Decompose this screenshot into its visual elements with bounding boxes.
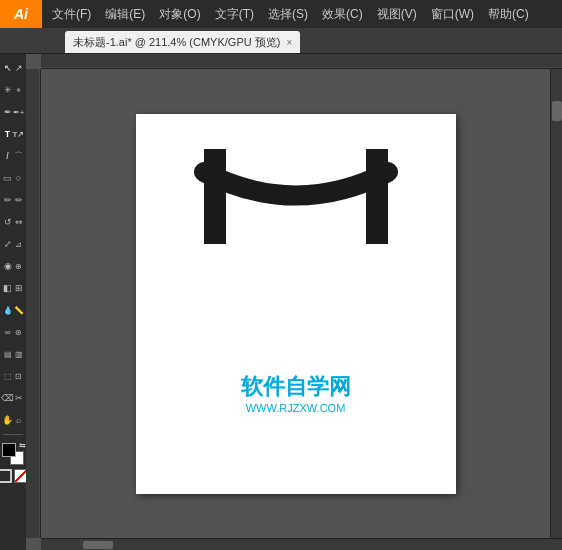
- ruler-canvas-area: 软件自学网 WWW.RJZXW.COM: [26, 69, 562, 538]
- line-tool[interactable]: /: [2, 146, 13, 166]
- watermark-text: 软件自学网: [241, 372, 351, 402]
- artwork-svg: [186, 144, 406, 264]
- rect-row: ▭ ○: [2, 168, 24, 188]
- menu-edit[interactable]: 编辑(E): [99, 4, 151, 25]
- scale-row: ⤢ ⊿: [2, 234, 24, 254]
- blend-tool[interactable]: ∞: [2, 322, 13, 342]
- horizontal-scrollbar[interactable]: [41, 538, 562, 550]
- ruler-top: [41, 54, 562, 69]
- artboard-row: ⬚ ⊡: [2, 366, 24, 386]
- tab-title: 未标题-1.ai* @ 211.4% (CMYK/GPU 预览): [73, 35, 280, 50]
- shear-tool[interactable]: ⊿: [13, 234, 24, 254]
- ruler-left-svg: [26, 69, 41, 538]
- slice-tool[interactable]: ⊡: [13, 366, 24, 386]
- menu-object[interactable]: 对象(O): [153, 4, 206, 25]
- symbol-spray-tool[interactable]: ⊛: [13, 322, 24, 342]
- pen-row: ✒ ✒+: [2, 102, 24, 122]
- rotate-tool[interactable]: ↺: [2, 212, 13, 232]
- watermark: 软件自学网 WWW.RJZXW.COM: [241, 372, 351, 414]
- swap-colors-icon[interactable]: ⇆: [19, 441, 26, 450]
- type-tool[interactable]: T: [2, 124, 13, 144]
- gradient-row: ◧ ⊞: [2, 278, 24, 298]
- wand-lasso-row: ✳ ⌖: [2, 80, 24, 100]
- scale-tool[interactable]: ⤢: [2, 234, 13, 254]
- eyedropper-tool[interactable]: 💧: [2, 300, 13, 320]
- scissors-tool[interactable]: ✂: [13, 388, 24, 408]
- hand-zoom-row: ✋ ⌕: [2, 410, 24, 430]
- reflect-tool[interactable]: ⇔: [13, 212, 24, 232]
- ellipse-tool[interactable]: ○: [13, 168, 24, 188]
- gradient-tool[interactable]: ◧: [2, 278, 13, 298]
- graph-row: ▤ ▥: [2, 344, 24, 364]
- magic-wand-tool[interactable]: ✳: [2, 80, 13, 100]
- mesh-tool[interactable]: ⊞: [13, 278, 24, 298]
- foreground-color-swatch[interactable]: [2, 443, 16, 457]
- pencil-tool[interactable]: ✏: [13, 190, 24, 210]
- warp-row: ◉ ⊕: [2, 256, 24, 276]
- app-logo: Ai: [0, 0, 42, 28]
- watermark-url: WWW.RJZXW.COM: [241, 402, 351, 414]
- blend-row: ∞ ⊛: [2, 322, 24, 342]
- stroke-none-row: [0, 469, 26, 483]
- none-color-button[interactable]: [14, 469, 26, 483]
- paintbrush-tool[interactable]: ✏: [2, 190, 13, 210]
- toolbar-divider: [3, 434, 23, 435]
- menu-type[interactable]: 文字(T): [209, 4, 260, 25]
- puppet-warp-tool[interactable]: ⊕: [13, 256, 24, 276]
- left-toolbar: ↖ ↗ ✳ ⌖ ✒ ✒+ T T↗ / ⌒ ▭ ○ ✏ ✏ ↺ ⇔: [0, 54, 26, 550]
- title-bar: Ai 文件(F) 编辑(E) 对象(O) 文字(T) 选择(S) 效果(C) 视…: [0, 0, 562, 28]
- warp-tool[interactable]: ◉: [2, 256, 13, 276]
- fg-bg-swatches[interactable]: ⇆: [2, 443, 24, 465]
- ruler-top-svg: [41, 54, 562, 69]
- vertical-scrollbar[interactable]: [550, 69, 562, 538]
- canvas-wrapper: 软件自学网 WWW.RJZXW.COM: [26, 54, 562, 550]
- menu-effect[interactable]: 效果(C): [316, 4, 369, 25]
- selection-tool[interactable]: ↖: [2, 58, 13, 78]
- hand-tool[interactable]: ✋: [2, 410, 13, 430]
- stroke-indicator[interactable]: [0, 469, 12, 483]
- menu-help[interactable]: 帮助(C): [482, 4, 535, 25]
- type-row: T T↗: [2, 124, 24, 144]
- eraser-tool[interactable]: ⌫: [2, 388, 13, 408]
- document-tab[interactable]: 未标题-1.ai* @ 211.4% (CMYK/GPU 预览) ×: [65, 31, 300, 53]
- tab-bar: 未标题-1.ai* @ 211.4% (CMYK/GPU 预览) ×: [0, 28, 562, 54]
- menu-file[interactable]: 文件(F): [46, 4, 97, 25]
- h-scrollbar-thumb[interactable]: [83, 541, 113, 549]
- measure-tool[interactable]: 📏: [13, 300, 24, 320]
- rectangle-tool[interactable]: ▭: [2, 168, 13, 188]
- selection-tool-row: ↖ ↗: [2, 58, 24, 78]
- rotate-row: ↺ ⇔: [2, 212, 24, 232]
- main-area: ↖ ↗ ✳ ⌖ ✒ ✒+ T T↗ / ⌒ ▭ ○ ✏ ✏ ↺ ⇔: [0, 54, 562, 550]
- zoom-tool[interactable]: ⌕: [13, 410, 24, 430]
- menu-select[interactable]: 选择(S): [262, 4, 314, 25]
- v-scrollbar-thumb[interactable]: [552, 101, 562, 121]
- artboard-tool[interactable]: ⬚: [2, 366, 13, 386]
- tab-close-button[interactable]: ×: [286, 37, 292, 48]
- add-anchor-tool[interactable]: ✒+: [13, 102, 24, 122]
- line-row: / ⌒: [2, 146, 24, 166]
- menu-bar: 文件(F) 编辑(E) 对象(O) 文字(T) 选择(S) 效果(C) 视图(V…: [42, 0, 562, 28]
- touch-type-tool[interactable]: T↗: [13, 124, 24, 144]
- direct-selection-tool[interactable]: ↗: [13, 58, 24, 78]
- canvas-area[interactable]: 软件自学网 WWW.RJZXW.COM: [41, 69, 550, 538]
- svg-rect-0: [41, 54, 562, 69]
- ruler-left: [26, 69, 41, 538]
- brush-row: ✏ ✏: [2, 190, 24, 210]
- color-area: ⇆: [0, 439, 26, 487]
- menu-window[interactable]: 窗口(W): [425, 4, 480, 25]
- artboard: 软件自学网 WWW.RJZXW.COM: [136, 114, 456, 494]
- eyedrop-row: 💧 📏: [2, 300, 24, 320]
- svg-rect-2: [26, 69, 41, 538]
- arc-tool[interactable]: ⌒: [13, 146, 24, 166]
- lasso-tool[interactable]: ⌖: [13, 80, 24, 100]
- pen-tool[interactable]: ✒: [2, 102, 13, 122]
- column-graph-tool[interactable]: ▤: [2, 344, 13, 364]
- bar-graph-tool[interactable]: ▥: [13, 344, 24, 364]
- menu-view[interactable]: 视图(V): [371, 4, 423, 25]
- eraser-row: ⌫ ✂: [2, 388, 24, 408]
